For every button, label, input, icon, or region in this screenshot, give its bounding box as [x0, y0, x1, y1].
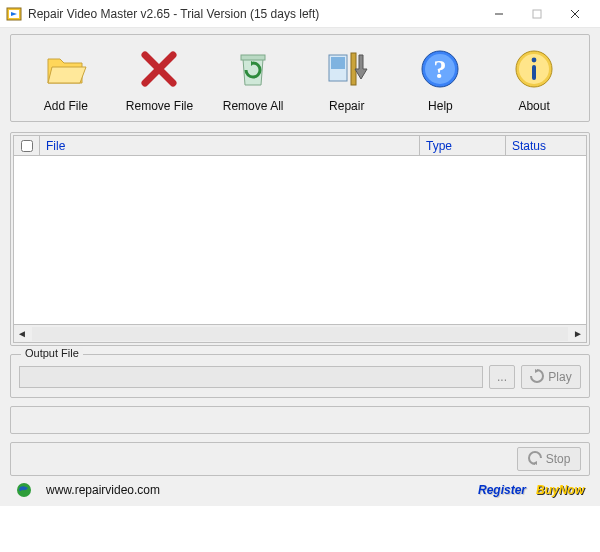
- stop-button[interactable]: Stop: [517, 447, 581, 471]
- delete-x-icon: [135, 45, 183, 93]
- horizontal-scrollbar[interactable]: ◄ ►: [13, 325, 587, 343]
- progress-panel-2: Stop: [10, 442, 590, 476]
- app-icon: [6, 6, 22, 22]
- progress-panel-1: [10, 406, 590, 434]
- website-link[interactable]: www.repairvideo.com: [42, 483, 468, 497]
- play-button[interactable]: Play: [521, 365, 581, 389]
- progress-box-1: [19, 410, 581, 430]
- file-list-body[interactable]: [13, 155, 587, 325]
- file-list-header: File Type Status: [13, 135, 587, 155]
- info-icon: [510, 45, 558, 93]
- help-label: Help: [428, 99, 453, 113]
- column-header-file[interactable]: File: [40, 136, 420, 155]
- file-list-panel: File Type Status ◄ ►: [10, 132, 590, 346]
- output-group-label: Output File: [21, 347, 83, 359]
- column-header-status[interactable]: Status: [506, 136, 586, 155]
- svg-rect-18: [532, 65, 536, 80]
- svg-rect-8: [241, 55, 265, 60]
- repair-label: Repair: [329, 99, 364, 113]
- repair-button[interactable]: Repair: [302, 45, 392, 113]
- svg-point-17: [532, 58, 537, 63]
- output-file-group: Output File ... Play: [10, 354, 590, 398]
- register-link[interactable]: Register: [478, 483, 526, 497]
- output-file-input[interactable]: [19, 366, 483, 388]
- remove-all-label: Remove All: [223, 99, 284, 113]
- folder-open-icon: [42, 45, 90, 93]
- svg-rect-10: [331, 57, 345, 69]
- svg-text:?: ?: [434, 55, 447, 84]
- help-button[interactable]: ? Help: [395, 45, 485, 113]
- svg-rect-3: [533, 10, 541, 18]
- minimize-button[interactable]: [480, 1, 518, 27]
- trash-refresh-icon: [229, 45, 277, 93]
- main-toolbar: Add File Remove File Remove All: [10, 34, 590, 122]
- window-title: Repair Video Master v2.65 - Trial Versio…: [28, 7, 480, 21]
- titlebar: Repair Video Master v2.65 - Trial Versio…: [0, 0, 600, 28]
- select-all-checkbox-cell[interactable]: [14, 136, 40, 155]
- scroll-left-icon[interactable]: ◄: [14, 326, 30, 342]
- add-file-label: Add File: [44, 99, 88, 113]
- browse-button[interactable]: ...: [489, 365, 515, 389]
- remove-file-label: Remove File: [126, 99, 193, 113]
- add-file-button[interactable]: Add File: [21, 45, 111, 113]
- footer-bar: www.repairvideo.com Register BuyNow: [10, 476, 590, 500]
- scroll-right-icon[interactable]: ►: [570, 326, 586, 342]
- remove-file-button[interactable]: Remove File: [114, 45, 204, 113]
- stop-label: Stop: [546, 452, 571, 466]
- select-all-checkbox[interactable]: [21, 140, 33, 152]
- maximize-button[interactable]: [518, 1, 556, 27]
- browse-label: ...: [497, 370, 507, 384]
- column-header-type[interactable]: Type: [420, 136, 506, 155]
- play-label: Play: [548, 370, 571, 384]
- about-button[interactable]: About: [489, 45, 579, 113]
- repair-tools-icon: [323, 45, 371, 93]
- play-refresh-icon: [530, 369, 544, 386]
- close-button[interactable]: [556, 1, 594, 27]
- stop-icon: [528, 451, 542, 468]
- help-icon: ?: [416, 45, 464, 93]
- progress-box-2: [19, 449, 511, 469]
- globe-icon: [16, 482, 32, 498]
- remove-all-button[interactable]: Remove All: [208, 45, 298, 113]
- about-label: About: [518, 99, 549, 113]
- content-area: Add File Remove File Remove All: [0, 28, 600, 506]
- scrollbar-track[interactable]: [32, 327, 568, 341]
- buynow-link[interactable]: BuyNow: [536, 483, 584, 497]
